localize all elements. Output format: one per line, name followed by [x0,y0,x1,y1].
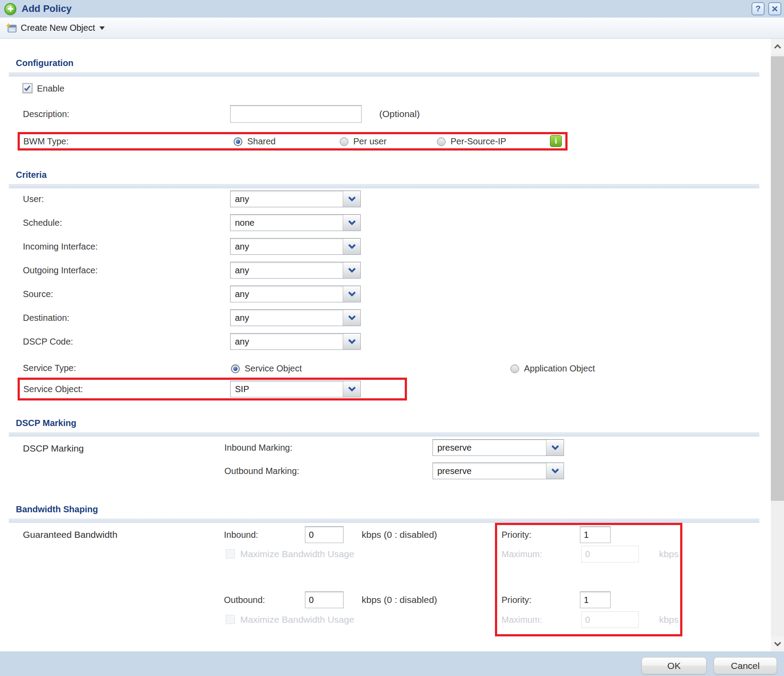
outbound-maximum-label: Maximum: [502,611,542,628]
check-icon [24,85,31,91]
divider [9,184,759,188]
create-new-object-button[interactable]: Create New Object [21,23,95,33]
schedule-dropdown[interactable]: none [230,214,361,231]
bwm-type-radio-per-user[interactable]: Per user [340,136,387,147]
inbound-priority-input[interactable] [580,526,611,543]
outgoing-interface-dropdown[interactable]: any [230,262,361,279]
bwm-type-label: BWM Type: [23,133,69,150]
dscp-marking-row-label: DSCP Marking [23,440,84,457]
dropdown-value: any [231,334,343,349]
outgoing-interface-label: Outgoing Interface: [23,262,98,279]
outbound-input[interactable] [305,592,344,608]
user-label: User: [23,191,44,207]
divider [9,518,759,523]
enable-label: Enable [37,80,64,97]
vertical-scrollbar[interactable] [771,39,784,651]
schedule-label: Schedule: [23,214,62,231]
radio-icon [510,364,519,373]
dscp-code-dropdown[interactable]: any [230,333,361,350]
bandwidth-shaping-heading: Bandwidth Shaping [16,504,98,514]
chevron-down-icon[interactable] [343,191,360,207]
destination-dropdown[interactable]: any [230,309,361,326]
inbound-label: Inbound: [224,526,258,543]
outbound-marking-label: Outbound Marking: [224,463,299,479]
enable-checkbox[interactable] [23,84,32,93]
criteria-heading: Criteria [16,170,47,180]
outbound-priority-input[interactable] [580,592,611,608]
inbound-maximum-label: Maximum: [502,546,542,562]
outbound-maximum-kbps-label: kbps [659,611,678,628]
chevron-down-icon[interactable] [343,286,360,302]
outbound-kbps-label: kbps (0 : disabled) [362,592,437,608]
bwm-type-highlight-box: BWM Type: Shared Per user Per-Source-IP … [18,132,568,151]
inbound-marking-dropdown[interactable]: preserve [432,439,564,456]
caret-down-icon[interactable] [99,26,105,30]
dscp-marking-heading: DSCP Marking [16,418,76,428]
close-button[interactable]: ✕ [768,2,781,15]
radio-selected-icon [231,364,240,373]
inbound-input[interactable] [305,526,344,543]
service-object-label: Service Object: [23,381,83,397]
dropdown-value: any [231,286,343,302]
description-input[interactable] [230,105,362,123]
outbound-maximum-input[interactable] [581,611,639,628]
configuration-heading: Configuration [16,58,73,68]
chevron-down-icon[interactable] [343,310,360,326]
radio-selected-icon [234,137,242,146]
scrollbar-thumb[interactable] [771,56,784,501]
help-button[interactable]: ? [751,2,765,15]
chevron-down-icon[interactable] [343,381,360,397]
service-type-label: Service Type: [23,360,76,376]
incoming-interface-dropdown[interactable]: any [230,238,361,255]
chevron-down-icon[interactable] [546,463,564,479]
add-policy-icon [4,3,16,15]
titlebar: Add Policy ? ✕ [0,0,784,18]
outbound-maximize-checkbox[interactable] [226,615,235,624]
ok-button[interactable]: OK [641,657,707,674]
service-object-dropdown[interactable]: SIP [230,381,361,397]
chevron-down-icon[interactable] [546,440,564,456]
radio-icon [340,137,348,146]
outbound-marking-dropdown[interactable]: preserve [432,463,564,479]
cancel-button[interactable]: Cancel [714,657,777,674]
radio-label: Shared [247,136,276,147]
radio-label: Application Object [524,364,595,374]
bwm-type-radio-shared[interactable]: Shared [234,136,276,147]
chevron-down-icon[interactable] [343,334,360,349]
radio-label: Per-Source-IP [451,136,506,147]
dropdown-value: none [231,215,343,231]
radio-label: Per user [353,136,387,147]
radio-icon [437,137,446,146]
outbound-maximize-label: Maximize Bandwidth Usage [240,611,354,628]
radio-label: Service Object [245,364,302,374]
service-object-highlight-box: Service Object: SIP [18,378,407,400]
dropdown-value: any [231,239,343,254]
dialog-title: Add Policy [22,3,72,15]
inbound-kbps-label: kbps (0 : disabled) [362,526,437,543]
chevron-down-icon[interactable] [343,239,360,254]
service-type-radio-application-object[interactable]: Application Object [510,364,595,374]
inbound-maximum-input[interactable] [581,546,639,562]
inbound-priority-label: Priority: [502,526,531,543]
outbound-priority-label: Priority: [502,592,531,608]
dropdown-value: any [231,310,343,326]
source-label: Source: [23,286,53,302]
dropdown-value: any [231,262,343,278]
dialog-content: Configuration Enable Description: (Optio… [0,39,771,651]
scroll-up-button[interactable] [771,39,784,54]
divider [9,72,759,77]
service-type-radio-service-object[interactable]: Service Object [231,364,302,374]
scroll-down-button[interactable] [771,636,784,651]
bwm-type-radio-per-source-ip[interactable]: Per-Source-IP [437,136,506,147]
description-label: Description: [23,106,70,122]
chevron-down-icon[interactable] [343,215,360,231]
dscp-code-label: DSCP Code: [23,333,73,350]
info-icon[interactable]: i [550,135,562,147]
user-dropdown[interactable]: any [230,191,361,207]
toolbar: Create New Object [0,18,784,39]
inbound-maximize-checkbox[interactable] [226,549,235,558]
divider [9,432,759,437]
source-dropdown[interactable]: any [230,286,361,302]
chevron-down-icon [774,639,781,646]
chevron-down-icon[interactable] [343,262,360,278]
